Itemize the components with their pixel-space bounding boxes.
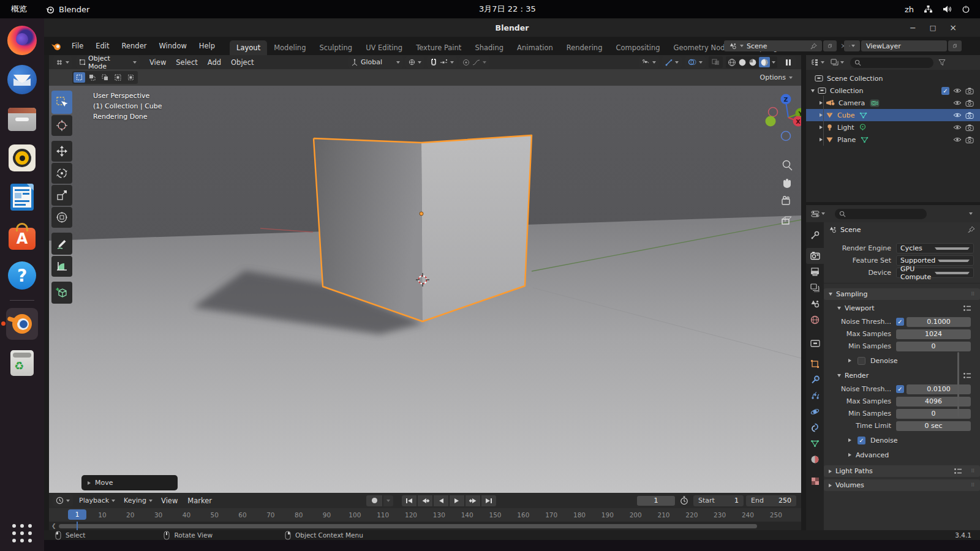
outliner-editor-type-button[interactable]: [811, 59, 824, 66]
viewport-menu-select[interactable]: Select: [171, 56, 202, 69]
pan-hand-icon[interactable]: [783, 179, 791, 188]
workspace-tab-sculpting[interactable]: Sculpting: [312, 40, 359, 55]
advanced-row[interactable]: Advanced: [824, 449, 980, 460]
tab-render[interactable]: [806, 248, 824, 264]
input-method-indicator[interactable]: zh: [905, 5, 914, 14]
workspace-tab-animation[interactable]: Animation: [510, 40, 560, 55]
frame-start-field[interactable]: Start 1: [693, 495, 744, 506]
dock-trash-icon[interactable]: ♻: [6, 347, 38, 379]
workspace-tab-texture-paint[interactable]: Texture Paint: [409, 40, 468, 55]
playback-menu[interactable]: Playback: [79, 497, 115, 504]
volumes-panel-header[interactable]: Volumes ⠿: [824, 479, 980, 491]
hide-eye-icon[interactable]: [953, 100, 962, 106]
tab-material[interactable]: [806, 451, 824, 467]
timeline-h-scrollbar[interactable]: [59, 524, 757, 528]
dock-firefox-icon[interactable]: [6, 24, 38, 56]
menu-file[interactable]: File: [66, 38, 89, 54]
snap-toggle-button[interactable]: [427, 56, 457, 68]
expand-arrow[interactable]: [820, 138, 823, 141]
overlays-toggle[interactable]: [685, 56, 706, 68]
shading-solid-button[interactable]: [738, 58, 747, 67]
render-subpanel-header[interactable]: Render: [824, 370, 980, 381]
keying-set-dropdown[interactable]: [383, 495, 393, 506]
select-mode-invert-button[interactable]: [112, 72, 124, 83]
close-button[interactable]: ×: [949, 23, 957, 32]
focused-app-menu[interactable]: Blender: [38, 0, 97, 18]
outliner-row-collection[interactable]: Collection ✓: [806, 84, 980, 97]
tab-modifiers[interactable]: [806, 372, 824, 388]
render-visibility-icon[interactable]: [965, 100, 974, 107]
play-button[interactable]: [450, 495, 464, 506]
pin-icon[interactable]: [968, 226, 975, 233]
properties-scrollbar[interactable]: [957, 352, 959, 416]
viewport-denoise-checkbox[interactable]: ✓: [858, 357, 865, 365]
scene-selector[interactable]: Scene: [724, 40, 822, 51]
snap-target-button[interactable]: [405, 56, 424, 68]
outliner-row-cube-selected[interactable]: Cube: [806, 109, 980, 121]
min-samples-field[interactable]: 0: [896, 342, 971, 351]
operator-panel-move[interactable]: Move: [81, 475, 178, 490]
viewport-3d[interactable]: Z Y X User Perspective (1) Collection | …: [49, 86, 801, 493]
current-frame-indicator[interactable]: 1: [68, 509, 86, 520]
light-paths-panel-header[interactable]: Light Paths ⠿: [824, 465, 980, 477]
prev-keyframe-button[interactable]: [418, 495, 432, 506]
next-keyframe-button[interactable]: [466, 495, 480, 506]
dock-help-icon[interactable]: ?: [6, 260, 38, 291]
properties-editor-type-button[interactable]: [811, 210, 825, 218]
gizmos-toggle[interactable]: [662, 56, 682, 68]
expand-arrow[interactable]: [820, 126, 823, 129]
render-visibility-icon[interactable]: [965, 112, 974, 119]
max-samples-field[interactable]: 1024: [896, 329, 971, 339]
render-denoise-checkbox[interactable]: ✓: [858, 437, 865, 444]
outliner-row-light[interactable]: Light: [806, 121, 980, 133]
xray-toggle[interactable]: [709, 56, 723, 68]
object-visibility-dropdown[interactable]: [639, 56, 659, 68]
hide-eye-icon[interactable]: [953, 112, 962, 118]
tool-scale[interactable]: [51, 185, 72, 206]
hide-eye-icon[interactable]: [953, 88, 962, 94]
new-viewlayer-button[interactable]: [948, 40, 962, 51]
workspace-tab-layout[interactable]: Layout: [230, 40, 267, 55]
timeline-scrollbar-area[interactable]: ❮: [49, 522, 801, 530]
activities-button[interactable]: 概览: [0, 0, 38, 18]
shading-wireframe-button[interactable]: [728, 58, 736, 67]
noise-threshold-checkbox[interactable]: ✓: [896, 318, 904, 326]
dock-files-icon[interactable]: [6, 103, 38, 135]
tab-world[interactable]: [806, 312, 824, 328]
tool-rotate[interactable]: [51, 163, 72, 184]
render-denoise-row[interactable]: ✓ Denoise: [824, 435, 980, 446]
tab-physics[interactable]: [806, 403, 824, 419]
dock-ubuntu-software-icon[interactable]: A: [6, 220, 38, 252]
select-mode-intersect-button[interactable]: [125, 72, 137, 83]
outliner-row-scene-collection[interactable]: Scene Collection: [806, 72, 980, 84]
tool-add-cube[interactable]: [51, 282, 72, 304]
viewlayer-selector[interactable]: ViewLayer: [861, 40, 947, 51]
tool-move[interactable]: [51, 141, 72, 162]
outliner-search-input[interactable]: [850, 58, 933, 68]
tool-cursor[interactable]: [51, 115, 72, 136]
workspace-tab-shading[interactable]: Shading: [468, 40, 510, 55]
device-dropdown[interactable]: GPU Compute: [896, 268, 974, 278]
tab-texture[interactable]: [806, 473, 824, 489]
tab-object[interactable]: [806, 356, 824, 372]
viewlayer-icon-button[interactable]: [844, 40, 860, 51]
region-toggle-arrow[interactable]: ❮: [51, 523, 56, 529]
shading-material-button[interactable]: [748, 58, 757, 67]
outliner-row-plane[interactable]: Plane: [806, 133, 980, 146]
auto-keying-button[interactable]: [366, 495, 382, 506]
noise-threshold-field[interactable]: 0.1000: [907, 317, 971, 327]
viewport-menu-view[interactable]: View: [145, 56, 171, 69]
expand-arrow[interactable]: [820, 101, 823, 105]
outliner-display-mode-button[interactable]: [831, 59, 844, 66]
dock-thunderbird-icon[interactable]: [6, 64, 38, 96]
new-scene-button[interactable]: [823, 40, 837, 51]
dock-rhythmbox-icon[interactable]: [6, 142, 38, 174]
hide-eye-icon[interactable]: [953, 124, 962, 130]
jump-to-end-button[interactable]: [481, 495, 496, 506]
workspace-tab-uv-editing[interactable]: UV Editing: [359, 40, 409, 55]
presets-icon[interactable]: [963, 372, 971, 379]
axis-x-neg-handle[interactable]: [769, 108, 778, 117]
select-mode-extend-button[interactable]: [86, 72, 98, 83]
editor-type-button[interactable]: [53, 56, 72, 68]
jump-to-start-button[interactable]: [402, 495, 417, 506]
